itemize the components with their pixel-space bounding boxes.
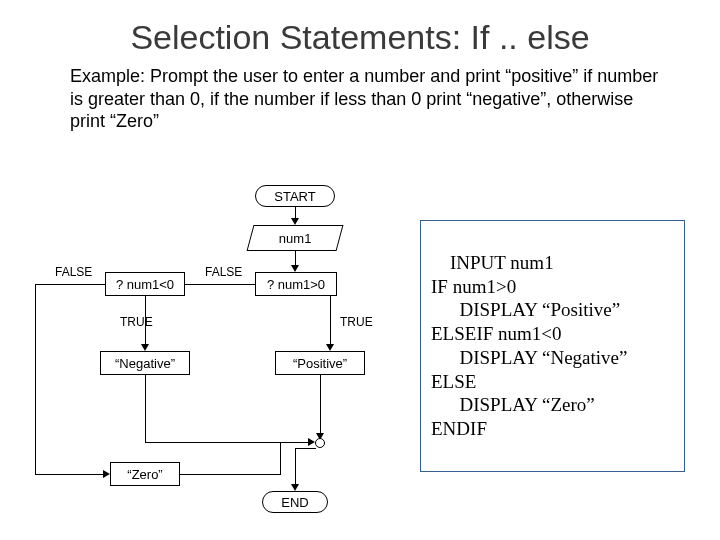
node-zero-label: “Zero” (127, 467, 162, 482)
node-positive: “Positive” (275, 351, 365, 375)
node-start: START (255, 185, 335, 207)
node-decision-lt-label: ? num1<0 (116, 277, 174, 292)
node-input: num1 (247, 225, 344, 251)
node-decision-gt: ? num1>0 (255, 272, 337, 296)
node-start-label: START (274, 189, 315, 204)
node-zero: “Zero” (110, 462, 180, 486)
node-negative: “Negative” (100, 351, 190, 375)
connector-join (315, 438, 325, 448)
node-decision-lt: ? num1<0 (105, 272, 185, 296)
node-negative-label: “Negative” (115, 356, 175, 371)
label-true-gt: TRUE (340, 315, 373, 329)
pseudocode-text: INPUT num1 IF num1>0 DISPLAY “Positive” … (431, 252, 627, 439)
label-true-lt: TRUE (120, 315, 153, 329)
label-false-lt: FALSE (55, 265, 92, 279)
node-end-label: END (281, 495, 308, 510)
node-decision-gt-label: ? num1>0 (267, 277, 325, 292)
diagram-stage: START num1 ? num1>0 TRUE “Positive” FALS… (0, 180, 720, 540)
example-text: Example: Prompt the user to enter a numb… (0, 65, 720, 143)
node-end: END (262, 491, 328, 513)
label-false-gt: FALSE (205, 265, 242, 279)
node-positive-label: “Positive” (293, 356, 347, 371)
node-input-label: num1 (279, 231, 312, 246)
page-title: Selection Statements: If .. else (0, 0, 720, 65)
pseudocode-box: INPUT num1 IF num1>0 DISPLAY “Positive” … (420, 220, 685, 472)
